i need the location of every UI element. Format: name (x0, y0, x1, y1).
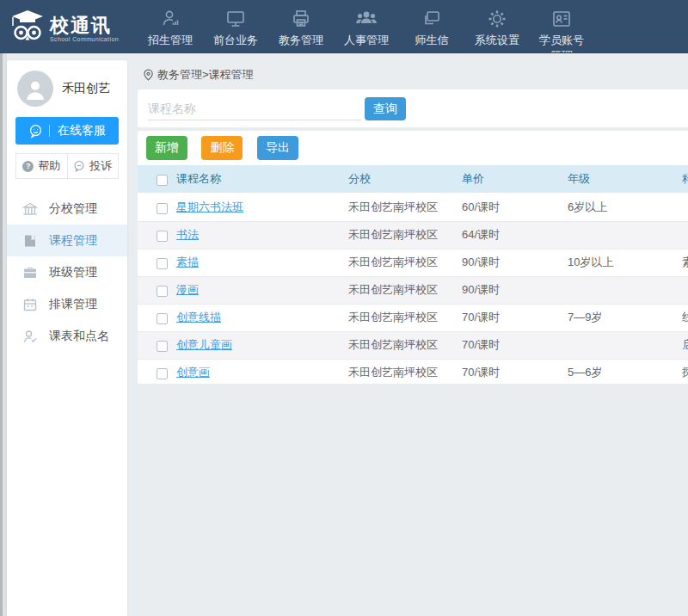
cell-branch: 禾田创艺南坪校区 (348, 304, 462, 331)
export-button[interactable]: 导出 (257, 136, 298, 160)
help-label: 帮助 (38, 158, 60, 174)
column-header-branch: 分校 (348, 165, 462, 194)
nav-label: 系统设置 (469, 33, 525, 48)
cell-grade: 6岁以上 (568, 194, 682, 221)
nav-item-academic[interactable]: 教务管理 (273, 0, 329, 53)
cell-subject: 启 (682, 331, 688, 359)
cell-subject (682, 276, 688, 304)
sidebar-item-schedule-management[interactable]: 排课管理 (7, 288, 127, 320)
monitor-icon (207, 8, 264, 30)
search-panel: 查询 (138, 89, 688, 127)
gear-icon (469, 8, 525, 30)
sidebar-item-label: 排课管理 (49, 297, 97, 312)
online-service-button[interactable]: 在线客服 (15, 117, 119, 145)
row-checkbox[interactable] (157, 203, 168, 214)
cell-branch: 禾田创艺南坪校区 (348, 221, 462, 249)
select-all-checkbox[interactable] (157, 175, 168, 186)
column-header-subject: 科 (682, 165, 688, 194)
owl-graduation-logo-icon (9, 9, 46, 48)
button-divider (49, 125, 50, 137)
cell-price: 90/课时 (462, 276, 568, 304)
sidebar-item-label: 课程管理 (49, 233, 97, 249)
cell-branch: 禾田创艺南坪校区 (348, 276, 462, 304)
breadcrumb-text: 教务管理>课程管理 (157, 67, 254, 83)
question-icon: ? (22, 161, 34, 172)
avatar[interactable] (17, 71, 53, 107)
row-checkbox[interactable] (157, 313, 168, 324)
cell-price: 70/课时 (462, 331, 568, 359)
search-button[interactable]: 查询 (365, 97, 406, 120)
cell-subject: 线 (682, 304, 688, 331)
cell-price: 90/课时 (462, 249, 568, 276)
course-link[interactable]: 星期六书法班 (176, 200, 243, 213)
cell-subject: 探 (682, 359, 688, 384)
table-row: 漫画 禾田创艺南坪校区 90/课时 (138, 276, 688, 304)
chat-face-icon (28, 124, 43, 139)
table-row: 创意画 禾田创艺南坪校区 70/课时 5—6岁 探 (138, 359, 688, 384)
nav-label: 人事管理 (338, 33, 395, 48)
table-row: 创意线描 禾田创艺南坪校区 70/课时 7—9岁 线 (138, 304, 688, 331)
toolbar: 新增 删除 导出 (138, 131, 688, 165)
sidebar-item-class-management[interactable]: 班级管理 (7, 256, 127, 288)
sidebar-item-branch-management[interactable]: 分校管理 (7, 193, 127, 225)
printer-icon (273, 8, 329, 30)
course-link[interactable]: 创意画 (176, 366, 210, 379)
chat-bubbles-icon (403, 8, 460, 30)
cell-subject (682, 194, 688, 221)
course-link[interactable]: 创意儿童画 (176, 338, 232, 351)
nav-item-frontdesk[interactable]: 前台业务 (207, 0, 264, 53)
id-card-icon (534, 8, 589, 30)
course-link[interactable]: 漫画 (176, 283, 199, 296)
delete-button[interactable]: 删除 (201, 136, 243, 160)
user-name: 禾田创艺 (62, 81, 110, 96)
row-checkbox[interactable] (157, 341, 168, 352)
sidebar-item-label: 课表和点名 (49, 329, 109, 344)
add-button[interactable]: 新增 (146, 136, 187, 160)
app-logo[interactable]: 校通讯 School Communication (0, 0, 126, 48)
speech-bubble-icon (73, 160, 89, 172)
help-complaint-row: ? 帮助 投诉 (15, 153, 119, 179)
cell-grade (568, 276, 682, 304)
sidebar-item-label: 班级管理 (49, 265, 97, 280)
recruit-person-icon (142, 8, 199, 30)
column-header-price: 单价 (462, 165, 568, 194)
nav-item-hr[interactable]: 人事管理 (338, 0, 395, 53)
cell-grade: 7—9岁 (568, 304, 682, 331)
cell-grade: 5—6岁 (568, 359, 682, 384)
nav-item-recruit[interactable]: 招生管理 (142, 0, 199, 53)
help-button[interactable]: ? 帮助 (16, 154, 67, 178)
person-check-icon (22, 329, 38, 344)
sidebar-item-course-management[interactable]: 课程管理 (7, 225, 127, 256)
column-header-course-name: 课程名称 (176, 165, 348, 194)
nav-label: 师生信 (403, 33, 460, 48)
row-checkbox[interactable] (157, 258, 168, 269)
cell-grade (568, 221, 682, 249)
cell-subject: 素 (682, 249, 688, 276)
table-header-row: 课程名称 分校 单价 年级 科 (138, 165, 688, 194)
cell-price: 60/课时 (462, 194, 568, 221)
course-link[interactable]: 素描 (176, 256, 199, 268)
nav-item-student-accounts[interactable]: 学员账号管理 (534, 0, 589, 53)
column-header-grade: 年级 (568, 165, 682, 194)
complaint-button[interactable]: 投诉 (67, 154, 119, 178)
cell-branch: 禾田创艺南坪校区 (348, 331, 462, 359)
course-link[interactable]: 书法 (176, 228, 199, 241)
row-checkbox[interactable] (157, 286, 168, 297)
table-row: 创意儿童画 禾田创艺南坪校区 70/课时 启 (138, 331, 688, 359)
row-checkbox[interactable] (157, 231, 168, 242)
table-row: 星期六书法班 禾田创艺南坪校区 60/课时 6岁以上 (138, 194, 688, 221)
cell-branch: 禾田创艺南坪校区 (348, 249, 462, 276)
briefcase-icon (22, 265, 38, 280)
course-link[interactable]: 创意线描 (176, 311, 221, 323)
bank-icon (22, 201, 38, 217)
nav-item-settings[interactable]: 系统设置 (469, 0, 525, 53)
row-checkbox[interactable] (157, 368, 168, 379)
online-service-label: 在线客服 (58, 123, 106, 139)
sidebar-item-timetable-rollcall[interactable]: 课表和点名 (7, 320, 127, 352)
nav-label: 学员账号管理 (534, 33, 589, 53)
user-profile: 禾田创艺 (7, 60, 127, 115)
main-menu: 招生管理 前台业务 教务管理 (138, 0, 593, 53)
people-group-icon (338, 8, 395, 30)
search-input[interactable] (148, 96, 361, 120)
nav-item-messages[interactable]: 师生信 (403, 0, 460, 53)
